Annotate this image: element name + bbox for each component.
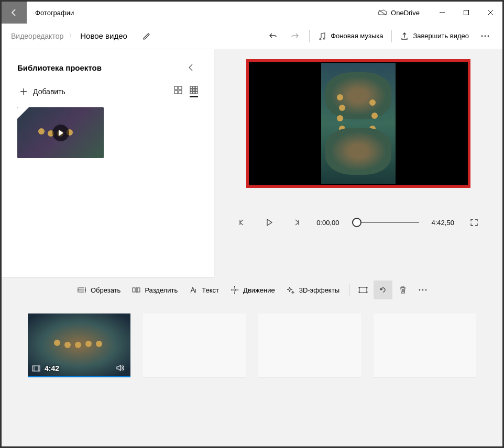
aspect-button[interactable] xyxy=(354,281,372,299)
aspect-icon xyxy=(358,286,368,294)
toolbar: Видеоредактор 〉 Новое видео Фоновая музы… xyxy=(2,24,502,49)
titlebar: Фотографии OneDrive xyxy=(2,2,502,24)
svg-rect-14 xyxy=(195,89,198,91)
grid-small-icon xyxy=(190,86,198,94)
text-label: Текст xyxy=(202,286,219,294)
svg-rect-1 xyxy=(464,10,469,15)
frame-forward-button[interactable] xyxy=(289,215,304,230)
svg-rect-10 xyxy=(193,86,195,88)
view-large-button[interactable] xyxy=(174,86,182,97)
onedrive-button[interactable]: OneDrive xyxy=(377,9,420,17)
timeline-slot-empty[interactable] xyxy=(258,313,361,377)
split-label: Разделить xyxy=(145,286,178,294)
svg-point-23 xyxy=(419,289,421,291)
close-icon xyxy=(487,9,494,16)
preview-video xyxy=(321,63,396,184)
bg-music-label: Фоновая музыка xyxy=(331,32,383,40)
motion-icon xyxy=(231,286,239,294)
rotate-icon xyxy=(379,286,387,294)
preview-frame[interactable] xyxy=(246,59,470,188)
app-title: Фотографии xyxy=(35,9,74,17)
time-current: 0:00,00 xyxy=(316,219,339,227)
redo-icon xyxy=(290,31,300,41)
rotate-button[interactable] xyxy=(374,281,392,299)
minimize-icon xyxy=(439,9,445,16)
seek-knob[interactable] xyxy=(352,218,361,227)
svg-rect-5 xyxy=(174,86,178,89)
undo-button[interactable] xyxy=(262,25,284,47)
svg-rect-15 xyxy=(190,92,192,94)
time-total: 4:42,50 xyxy=(432,219,454,227)
clip-audio-icon xyxy=(116,364,125,372)
split-icon xyxy=(132,286,140,294)
maximize-icon xyxy=(463,9,469,16)
view-small-button[interactable] xyxy=(190,86,198,97)
3d-effects-button[interactable]: 3D-эффекты xyxy=(281,281,345,299)
more-edit-button[interactable] xyxy=(413,281,432,299)
fullscreen-button[interactable] xyxy=(467,215,481,230)
finish-video-button[interactable]: Завершить видео xyxy=(395,32,474,40)
sparkle-icon xyxy=(287,286,295,294)
svg-point-4 xyxy=(488,35,489,37)
preview-area: 0:00,00 4:42,50 xyxy=(214,49,502,277)
svg-rect-16 xyxy=(193,92,195,94)
text-button[interactable]: Текст xyxy=(184,281,224,299)
project-title[interactable]: Новое видео xyxy=(77,30,130,41)
svg-rect-19 xyxy=(137,288,140,292)
cloud-disabled-icon xyxy=(377,9,388,16)
svg-rect-12 xyxy=(190,89,192,91)
fullscreen-icon xyxy=(470,218,478,227)
close-button[interactable] xyxy=(478,2,502,24)
3d-effects-label: 3D-эффекты xyxy=(299,286,339,294)
svg-rect-11 xyxy=(195,86,198,88)
svg-point-21 xyxy=(234,289,236,291)
motion-button[interactable]: Движение xyxy=(225,281,280,299)
play-icon xyxy=(266,218,273,227)
back-button[interactable] xyxy=(2,2,27,24)
edit-title-button[interactable] xyxy=(136,25,158,47)
collapse-library-button[interactable] xyxy=(183,60,198,75)
timeline-slot-empty[interactable] xyxy=(143,313,246,377)
library-thumbnail[interactable] xyxy=(17,107,104,158)
library-panel: Библиотека проектов Добавить xyxy=(2,49,214,277)
grid-large-icon xyxy=(174,86,182,94)
play-button[interactable] xyxy=(262,215,277,230)
trim-label: Обрезать xyxy=(91,286,120,294)
maximize-button[interactable] xyxy=(454,2,478,24)
minimize-button[interactable] xyxy=(430,2,454,24)
onedrive-label: OneDrive xyxy=(391,9,420,17)
chevron-right-icon: 〉 xyxy=(67,31,77,40)
timeline-slot-empty[interactable] xyxy=(374,313,476,377)
svg-point-24 xyxy=(422,289,424,291)
play-overlay xyxy=(52,125,69,141)
trim-icon xyxy=(77,286,86,294)
music-icon xyxy=(318,32,326,40)
trash-icon xyxy=(399,286,407,294)
corner-fold-icon xyxy=(17,107,29,119)
timeline-clip-1[interactable]: 4:42 xyxy=(28,313,130,377)
bg-music-button[interactable]: Фоновая музыка xyxy=(313,32,388,40)
finish-video-label: Завершить видео xyxy=(413,32,469,40)
svg-rect-17 xyxy=(195,92,198,94)
motion-label: Движение xyxy=(243,286,275,294)
trim-button[interactable]: Обрезать xyxy=(72,281,126,299)
more-button[interactable] xyxy=(474,25,496,47)
add-media-button[interactable]: Добавить xyxy=(17,85,68,98)
svg-rect-18 xyxy=(133,288,135,292)
split-button[interactable]: Разделить xyxy=(127,281,183,299)
frame-back-button[interactable] xyxy=(235,215,249,230)
svg-point-25 xyxy=(425,289,427,291)
text-icon xyxy=(189,286,198,294)
delete-button[interactable] xyxy=(393,281,412,299)
redo-button[interactable] xyxy=(284,25,306,47)
seek-bar[interactable] xyxy=(352,222,419,223)
arrow-left-icon xyxy=(9,8,19,17)
breadcrumb-editor[interactable]: Видеоредактор xyxy=(8,32,67,40)
plus-icon xyxy=(19,87,28,96)
edit-toolbar: Обрезать Разделить Текст Движение 3D-эфф… xyxy=(2,277,502,303)
svg-rect-7 xyxy=(174,91,178,94)
timeline[interactable]: 4:42 xyxy=(2,303,502,446)
svg-point-3 xyxy=(485,35,486,37)
step-back-icon xyxy=(238,219,246,226)
svg-rect-9 xyxy=(190,86,192,88)
